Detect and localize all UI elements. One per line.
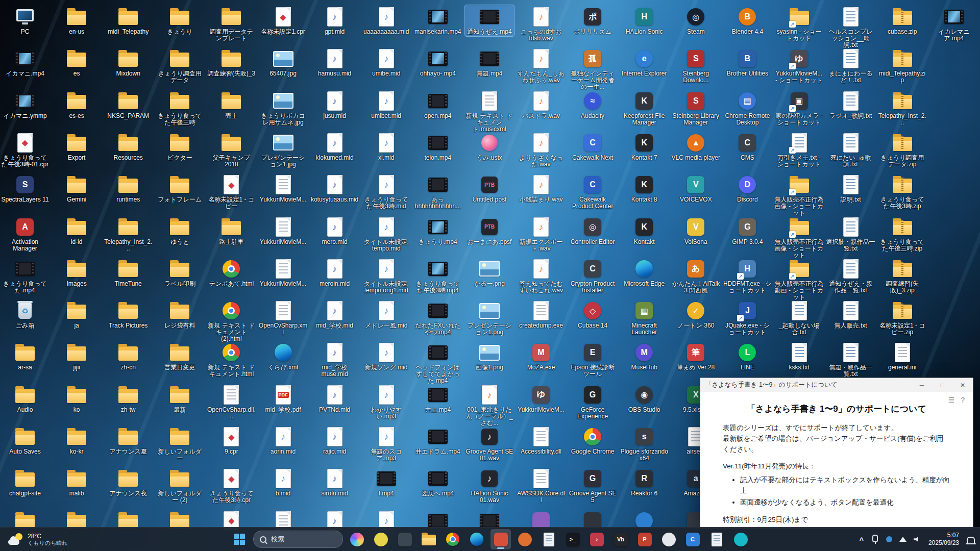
desktop-icon[interactable]: Telepathy_Inst_2... bbox=[878, 89, 927, 127]
desktop-icon[interactable]: ♪aorin.mid bbox=[259, 425, 308, 456]
desktop-icon[interactable]: ♪sirofu.mid bbox=[310, 467, 359, 498]
desktop-icon[interactable]: ↗無人販売不正行為 画像 - ショートカット bbox=[775, 215, 824, 260]
desktop-icon[interactable]: ラベル印刷 bbox=[155, 257, 204, 288]
desktop-icon[interactable]: 最新 bbox=[155, 383, 204, 414]
notification-bell-icon[interactable] bbox=[965, 529, 977, 549]
desktop-icon[interactable]: GGIMP 3.0.4 bbox=[723, 215, 772, 246]
help-icon[interactable]: ? bbox=[961, 396, 965, 404]
desktop-icon[interactable]: CCMS bbox=[723, 131, 772, 162]
desktop-icon[interactable]: BBrother Utilities bbox=[723, 47, 772, 78]
desktop-icon[interactable]: テンポあて.html bbox=[207, 257, 256, 288]
start-button[interactable] bbox=[229, 529, 250, 549]
taskbar-app-file-explorer[interactable] bbox=[419, 529, 439, 549]
desktop-icon[interactable]: Auto Saves bbox=[1, 425, 50, 456]
desktop-icon[interactable]: ポポリリリズム bbox=[568, 5, 617, 36]
desktop-icon[interactable]: KKeepforest File Manager bbox=[620, 89, 669, 127]
desktop-icon[interactable]: ♻ごみ箱 bbox=[1, 299, 50, 330]
desktop-icon[interactable]: Mixdown bbox=[104, 47, 153, 78]
desktop-icon[interactable]: ♪PVTNd.mid bbox=[310, 383, 359, 414]
desktop-icon[interactable]: ♪新規エクスポート.wav bbox=[517, 215, 566, 253]
desktop-icon[interactable]: ♪よりうざくなった.wav bbox=[517, 131, 566, 169]
desktop-icon[interactable]: ♪無題のスコア.mp3 bbox=[362, 425, 411, 463]
desktop-icon[interactable]: OpenCvSharp.xml bbox=[259, 299, 308, 337]
desktop-icon[interactable]: ラジオ_歌詞.txt bbox=[826, 89, 875, 120]
desktop-icon[interactable]: プレゼンテーション1.png bbox=[465, 299, 514, 337]
desktop-icon[interactable]: 名称未設定1 - コピー.zip bbox=[878, 299, 927, 337]
desktop-icon[interactable]: Images bbox=[52, 257, 101, 288]
desktop-icon[interactable]: ♪rajio.mid bbox=[310, 425, 359, 456]
desktop-icon[interactable]: まにまにわーるど！.txt bbox=[826, 47, 875, 85]
desktop-icon[interactable]: ビクター bbox=[155, 131, 204, 162]
desktop-icon[interactable]: レジ袋有料 bbox=[155, 299, 204, 330]
desktop-icon[interactable]: ohhayo-.mp4 bbox=[413, 47, 462, 78]
desktop-icon[interactable]: VVOICEVOX bbox=[671, 173, 720, 204]
desktop-icon[interactable]: ゆうと bbox=[155, 215, 204, 246]
desktop-icon[interactable]: Audio bbox=[1, 383, 50, 414]
desktop-icon[interactable]: イカマニ.mp4 bbox=[1, 47, 50, 78]
desktop-icon[interactable]: ♪mero.mid bbox=[310, 215, 359, 246]
desktop-icon[interactable]: 調査用データテンプレート bbox=[207, 5, 256, 43]
taskbar-clock[interactable]: 5:07 2025/09/23 bbox=[924, 532, 963, 547]
desktop-icon[interactable]: ♪答え知ってたむずいわこれ.wav bbox=[517, 257, 566, 295]
desktop-icon[interactable]: 無題・親作品一覧.txt bbox=[826, 341, 875, 379]
desktop-icon[interactable]: ♪こっちのdすおfdsb.wav bbox=[517, 5, 566, 43]
desktop-icon[interactable]: かるー.png bbox=[465, 257, 514, 288]
desktop-icon[interactable]: だれたFXいれたやつ.mp4 bbox=[413, 299, 462, 337]
desktop-icon[interactable]: ♪mid_学校.mid bbox=[310, 299, 359, 330]
desktop-icon[interactable]: きょうり調査用データ bbox=[155, 47, 204, 85]
desktop-icon[interactable]: ✓ノートン 360 bbox=[671, 299, 720, 330]
desktop-icon[interactable]: きょうりボカコレ用サムネ.jpg bbox=[259, 89, 308, 127]
desktop-icon[interactable]: ◆きょうり食ってた午後3時-01.cpr bbox=[1, 131, 50, 169]
desktop-icon[interactable]: ↗syasinn - ショートカット bbox=[775, 5, 824, 43]
minimize-button[interactable]: ─ bbox=[912, 378, 932, 392]
desktop-icon[interactable]: アナウンス夜 bbox=[104, 467, 153, 498]
dialog-titlebar[interactable]: 「さよなら手書き 1〜9」のサポートについて ─ □ ✕ bbox=[700, 378, 973, 392]
desktop-icon[interactable]: KKontakt 8 bbox=[620, 173, 669, 204]
desktop-icon[interactable]: eInternet Explorer bbox=[620, 47, 669, 78]
taskbar-app-sayonara-tegaki-app[interactable] bbox=[491, 529, 511, 549]
desktop-icon[interactable]: ♪umibe.mid bbox=[362, 47, 411, 78]
desktop-icon[interactable]: CCakewalk Next bbox=[568, 131, 617, 162]
taskbar-app-orange-app[interactable] bbox=[514, 529, 535, 549]
desktop-icon[interactable]: cubase.zip bbox=[878, 5, 927, 36]
desktop-icon[interactable]: SSteinberg Library Manager bbox=[671, 89, 720, 127]
desktop-icon[interactable]: ♪jusu.mid bbox=[310, 89, 359, 120]
desktop-icon[interactable]: ♪umibet.mid bbox=[362, 89, 411, 120]
desktop-icon[interactable]: SSpectraLayers 11 bbox=[1, 173, 50, 204]
desktop-icon[interactable]: ◆名称未設定1 - コピー bbox=[207, 173, 256, 211]
desktop-icon[interactable]: ◆名称未設定1.cpr bbox=[259, 5, 308, 36]
desktop-icon[interactable]: 画像1.png bbox=[465, 341, 514, 372]
taskbar-app-chrome[interactable] bbox=[443, 529, 463, 549]
desktop-icon[interactable]: midi_Telepathy bbox=[104, 5, 153, 36]
desktop-icon[interactable]: ゆYukkuriMovieM... bbox=[517, 383, 566, 414]
desktop-icon[interactable]: GGeForce Experience bbox=[568, 383, 617, 421]
desktop-icon[interactable]: ♪タイトル未設定, tempo.ong1.mid bbox=[362, 257, 411, 295]
desktop-icon[interactable]: es bbox=[52, 47, 101, 78]
desktop-icon[interactable]: f.mp4 bbox=[362, 467, 411, 498]
desktop-icon[interactable]: ♪xl.mid bbox=[362, 131, 411, 162]
desktop-icon[interactable]: jijii bbox=[52, 341, 101, 372]
taskbar-app-blue-app[interactable]: C bbox=[682, 529, 703, 549]
desktop-icon[interactable]: RReaktor 6 bbox=[620, 467, 669, 498]
desktop-icon[interactable]: 井エドラム.mp4 bbox=[413, 425, 462, 456]
desktop-icon[interactable]: ヘッドフォンはずしててよかった.mp4 bbox=[413, 341, 462, 385]
taskbar-search[interactable]: 検索 bbox=[253, 531, 343, 548]
desktop-icon[interactable]: 営業日変更 bbox=[155, 341, 204, 372]
desktop-icon[interactable]: Accessibility.dll bbox=[517, 425, 566, 456]
desktop-icon[interactable]: 通知うぜえ・親作品一覧.txt bbox=[826, 257, 875, 295]
weather-widget[interactable]: 28°C くもりのち晴れ bbox=[5, 528, 71, 551]
desktop-icon[interactable]: zh-tw bbox=[104, 383, 153, 414]
desktop-icon[interactable]: runtimes bbox=[104, 173, 153, 204]
desktop-icon[interactable]: きょうり bbox=[155, 5, 204, 36]
desktop-icon[interactable]: YukkuriMovieM... bbox=[259, 173, 308, 204]
desktop-icon[interactable]: きょうり食ってた午後3時.mp4 bbox=[413, 257, 462, 295]
desktop-icon[interactable]: ♪バスドラ.wav bbox=[517, 89, 566, 120]
desktop-icon[interactable]: あかんたん！AITalk 3 関西風 bbox=[671, 257, 720, 295]
desktop-icon[interactable]: 新規 テキスト ドキュメント (2).html bbox=[207, 299, 256, 343]
desktop-icon[interactable]: ♪ずんだもん_しあわせふぅ.wav bbox=[517, 47, 566, 85]
desktop-icon[interactable]: open.mp4 bbox=[413, 89, 462, 120]
desktop-icon[interactable]: ゆ↗YukkuriMovieM... - ショートカット bbox=[775, 47, 824, 85]
desktop-icon[interactable]: ◉OBS Studio bbox=[620, 383, 669, 414]
taskbar-app-vb-app[interactable]: Vb bbox=[610, 529, 631, 549]
desktop-icon[interactable]: zh-cn bbox=[104, 341, 153, 372]
